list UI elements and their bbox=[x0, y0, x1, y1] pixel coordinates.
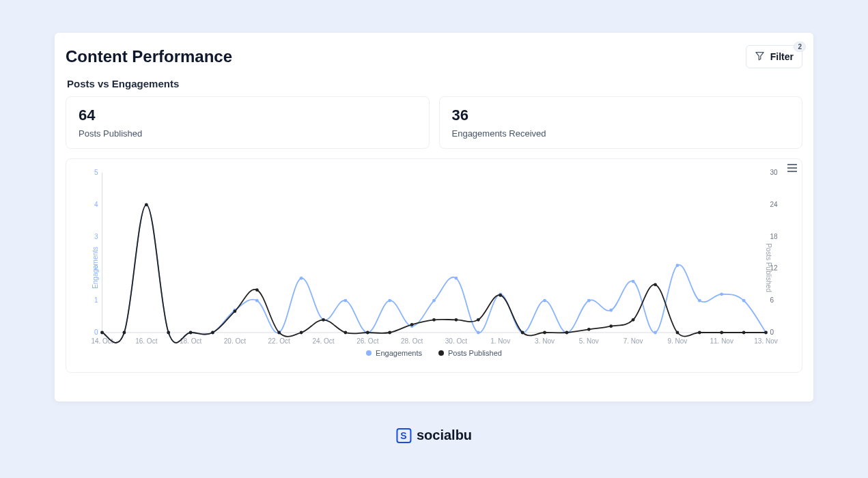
svg-point-65 bbox=[100, 331, 104, 335]
svg-point-66 bbox=[123, 331, 126, 335]
svg-point-84 bbox=[521, 331, 524, 335]
svg-point-78 bbox=[388, 331, 391, 335]
svg-text:13. Nov: 13. Nov bbox=[754, 337, 777, 345]
svg-point-45 bbox=[344, 299, 348, 303]
legend-label: Engagements bbox=[376, 349, 422, 357]
svg-point-69 bbox=[189, 331, 193, 335]
svg-point-76 bbox=[344, 331, 348, 335]
svg-point-83 bbox=[499, 294, 502, 297]
svg-marker-0 bbox=[756, 53, 764, 60]
svg-point-49 bbox=[432, 299, 436, 303]
svg-point-67 bbox=[145, 203, 148, 206]
stat-label: Engagements Received bbox=[452, 128, 790, 139]
page-title: Content Performance bbox=[66, 47, 232, 66]
svg-text:22. Oct: 22. Oct bbox=[268, 337, 290, 345]
svg-text:24. Oct: 24. Oct bbox=[312, 337, 334, 345]
brand-logo: S socialbu bbox=[396, 427, 472, 443]
line-chart: 012345061218243014. Oct16. Oct18. Oct20.… bbox=[77, 169, 791, 346]
brand-name: socialbu bbox=[417, 427, 472, 443]
svg-point-59 bbox=[654, 331, 657, 335]
svg-point-68 bbox=[167, 331, 170, 335]
svg-point-71 bbox=[234, 309, 237, 313]
svg-point-93 bbox=[720, 331, 723, 335]
svg-point-41 bbox=[255, 299, 259, 303]
svg-point-51 bbox=[477, 331, 480, 335]
svg-point-75 bbox=[322, 318, 325, 322]
svg-point-73 bbox=[277, 331, 281, 335]
panel-header: Content Performance Filter 2 bbox=[66, 45, 802, 68]
svg-point-82 bbox=[477, 318, 480, 322]
svg-point-62 bbox=[720, 292, 723, 296]
stat-row: 64 Posts Published 36 Engagements Receiv… bbox=[66, 96, 802, 149]
svg-text:18: 18 bbox=[770, 233, 779, 240]
brand-mark-icon: S bbox=[396, 428, 411, 443]
svg-text:9. Nov: 9. Nov bbox=[667, 337, 687, 345]
y-axis-left-label: Engagements bbox=[92, 247, 99, 289]
svg-text:30: 30 bbox=[770, 169, 779, 176]
svg-point-90 bbox=[654, 283, 657, 286]
legend-item-posts[interactable]: Posts Published bbox=[438, 349, 502, 357]
svg-text:3: 3 bbox=[94, 233, 98, 240]
svg-text:26. Oct: 26. Oct bbox=[356, 337, 378, 345]
content-performance-panel: Content Performance Filter 2 Posts vs En… bbox=[55, 33, 813, 402]
svg-text:30. Oct: 30. Oct bbox=[445, 337, 467, 345]
svg-text:14. Oct: 14. Oct bbox=[91, 337, 113, 345]
svg-point-92 bbox=[698, 331, 701, 335]
svg-point-61 bbox=[698, 299, 701, 303]
svg-text:1. Nov: 1. Nov bbox=[490, 337, 510, 345]
svg-point-72 bbox=[255, 288, 259, 292]
section-subheader: Posts vs Engagements bbox=[67, 78, 802, 89]
chart-wrap: Engagements Posts Published 012345061218… bbox=[77, 169, 791, 367]
svg-text:4: 4 bbox=[94, 201, 98, 208]
svg-point-56 bbox=[587, 299, 591, 303]
filter-count-badge: 2 bbox=[794, 42, 806, 52]
svg-text:3. Nov: 3. Nov bbox=[535, 337, 555, 345]
svg-text:11. Nov: 11. Nov bbox=[710, 337, 733, 345]
svg-point-81 bbox=[455, 318, 458, 322]
legend-dot-icon bbox=[438, 350, 444, 356]
svg-text:7. Nov: 7. Nov bbox=[624, 337, 643, 345]
svg-point-58 bbox=[632, 280, 635, 283]
chart-card: Engagements Posts Published 012345061218… bbox=[66, 158, 802, 373]
filter-button[interactable]: Filter 2 bbox=[746, 45, 802, 68]
svg-point-85 bbox=[543, 331, 546, 335]
svg-text:5. Nov: 5. Nov bbox=[579, 337, 599, 345]
svg-text:6: 6 bbox=[770, 296, 774, 304]
svg-point-70 bbox=[211, 331, 214, 335]
svg-point-63 bbox=[742, 299, 746, 303]
legend-item-engagements[interactable]: Engagements bbox=[366, 349, 422, 357]
legend-label: Posts Published bbox=[448, 349, 502, 357]
stat-card-engagements: 36 Engagements Received bbox=[439, 96, 803, 149]
stat-label: Posts Published bbox=[79, 128, 417, 139]
legend-dot-icon bbox=[366, 350, 372, 356]
svg-point-74 bbox=[300, 331, 303, 335]
svg-text:0: 0 bbox=[94, 328, 98, 336]
svg-point-57 bbox=[609, 309, 613, 312]
svg-text:20. Oct: 20. Oct bbox=[224, 337, 246, 345]
svg-text:0: 0 bbox=[770, 328, 774, 336]
svg-point-95 bbox=[764, 331, 768, 335]
svg-point-91 bbox=[676, 331, 680, 335]
svg-text:5: 5 bbox=[94, 169, 98, 176]
chart-legend: Engagements Posts Published bbox=[77, 349, 791, 357]
svg-point-54 bbox=[543, 299, 546, 303]
svg-point-87 bbox=[587, 328, 591, 331]
stat-card-posts: 64 Posts Published bbox=[66, 96, 430, 149]
svg-point-89 bbox=[632, 318, 635, 322]
svg-point-79 bbox=[410, 323, 414, 326]
svg-point-94 bbox=[742, 331, 746, 335]
svg-point-47 bbox=[388, 299, 391, 303]
svg-point-50 bbox=[455, 277, 458, 280]
y-axis-right-label: Posts Published bbox=[766, 243, 773, 292]
svg-point-60 bbox=[676, 264, 680, 267]
svg-point-77 bbox=[366, 331, 369, 335]
svg-text:28. Oct: 28. Oct bbox=[401, 337, 423, 345]
svg-text:16. Oct: 16. Oct bbox=[135, 337, 157, 345]
filter-button-label: Filter bbox=[770, 51, 794, 62]
svg-text:1: 1 bbox=[94, 296, 98, 304]
svg-text:24: 24 bbox=[770, 201, 779, 208]
stat-value: 64 bbox=[79, 107, 417, 124]
filter-icon bbox=[755, 51, 765, 63]
stat-value: 36 bbox=[452, 107, 790, 124]
svg-point-43 bbox=[300, 277, 303, 280]
